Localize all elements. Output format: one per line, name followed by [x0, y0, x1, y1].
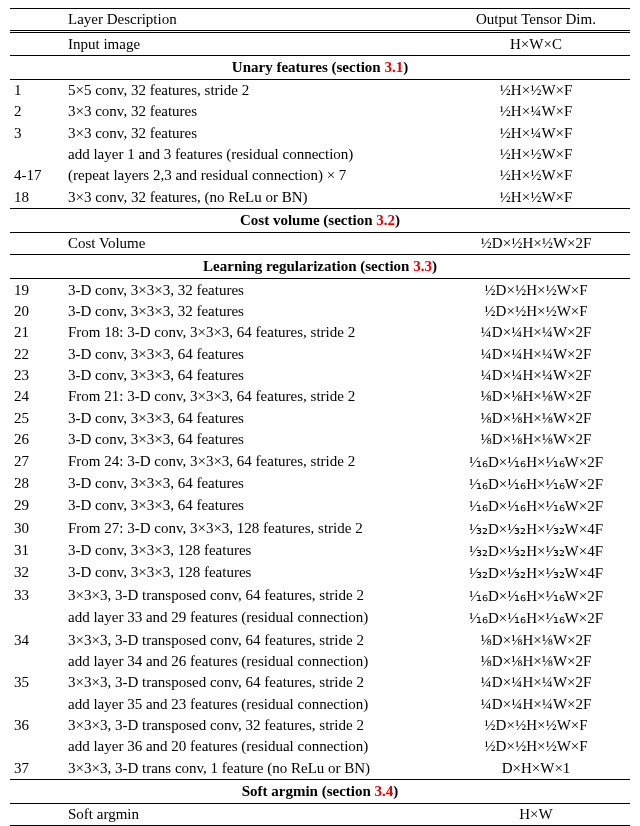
table-row: 30From 27: 3-D conv, 3×3×3, 128 features…	[10, 518, 630, 540]
row-desc: add layer 34 and 26 features (residual c…	[64, 651, 442, 672]
row-desc: 3×3 conv, 32 features, (no ReLu or BN)	[64, 187, 442, 209]
section-ref-link[interactable]: 3.1	[384, 59, 403, 75]
row-dim: ⅛D×⅛H×⅛W×2F	[442, 408, 630, 429]
table-row: 373×3×3, 3-D trans conv, 1 feature (no R…	[10, 758, 630, 780]
section-cost: Cost volume (section 3.2)	[10, 209, 630, 233]
row-desc: 3-D conv, 3×3×3, 32 features	[64, 279, 442, 301]
row-dim: ½D×½H×½W×2F	[442, 233, 630, 255]
row-dim: ¹⁄₁₆D×¹⁄₁₆H×¹⁄₁₆W×2F	[442, 585, 630, 607]
row-desc: 3-D conv, 3×3×3, 128 features	[64, 540, 442, 562]
row-num	[10, 607, 64, 629]
row-dim: ¹⁄₃₂D×¹⁄₃₂H×¹⁄₃₂W×4F	[442, 518, 630, 540]
row-desc: 3-D conv, 3×3×3, 64 features	[64, 408, 442, 429]
row-dim: ¹⁄₁₆D×¹⁄₁₆H×¹⁄₁₆W×2F	[442, 450, 630, 472]
row-desc: 3×3×3, 3-D trans conv, 1 feature (no ReL…	[64, 758, 442, 780]
row-desc: 3-D conv, 3×3×3, 64 features	[64, 473, 442, 495]
row-num: 32	[10, 562, 64, 584]
row-dim: ½D×½H×½W×F	[442, 301, 630, 322]
row-num: 27	[10, 450, 64, 472]
row-dim: ¼D×¼H×¼W×2F	[442, 365, 630, 386]
table-row: 363×3×3, 3-D transposed conv, 32 feature…	[10, 715, 630, 736]
row-num	[10, 694, 64, 715]
row-num: 19	[10, 279, 64, 301]
header-empty	[10, 9, 64, 32]
architecture-table: Layer Description Output Tensor Dim. Inp…	[10, 8, 630, 826]
table-row: 21From 18: 3-D conv, 3×3×3, 64 features,…	[10, 322, 630, 343]
row-dim: ⅛D×⅛H×⅛W×2F	[442, 429, 630, 450]
table-row: 283-D conv, 3×3×3, 64 features¹⁄₁₆D×¹⁄₁₆…	[10, 473, 630, 495]
table-row: add layer 36 and 20 features (residual c…	[10, 736, 630, 757]
table-row: add layer 1 and 3 features (residual con…	[10, 144, 630, 165]
section-title-suffix: )	[403, 59, 408, 75]
row-dim: D×H×W×1	[442, 758, 630, 780]
table-row: 253-D conv, 3×3×3, 64 features⅛D×⅛H×⅛W×2…	[10, 408, 630, 429]
table-row: add layer 35 and 23 features (residual c…	[10, 694, 630, 715]
row-dim: ¹⁄₁₆D×¹⁄₁₆H×¹⁄₁₆W×2F	[442, 495, 630, 517]
section-argmin: Soft argmin (section 3.4)	[10, 780, 630, 804]
row-desc: 3×3×3, 3-D transposed conv, 64 features,…	[64, 585, 442, 607]
row-num	[10, 32, 64, 55]
row-num: 37	[10, 758, 64, 780]
row-num: 23	[10, 365, 64, 386]
row-num: 26	[10, 429, 64, 450]
table-row: 263-D conv, 3×3×3, 64 features⅛D×⅛H×⅛W×2…	[10, 429, 630, 450]
row-dim: ½H×¼W×F	[442, 101, 630, 122]
row-num: 29	[10, 495, 64, 517]
row-desc: 3×3 conv, 32 features	[64, 123, 442, 144]
row-num: 2	[10, 101, 64, 122]
header-layer-desc: Layer Description	[64, 9, 442, 32]
row-desc: (repeat layers 2,3 and residual connecti…	[64, 165, 442, 186]
row-dim: ½H×½W×F	[442, 165, 630, 186]
row-num: 33	[10, 585, 64, 607]
row-desc: add layer 1 and 3 features (residual con…	[64, 144, 442, 165]
section-title-prefix: Learning regularization (section	[203, 258, 413, 274]
row-desc: 3-D conv, 3×3×3, 128 features	[64, 562, 442, 584]
row-desc: 5×5 conv, 32 features, stride 2	[64, 79, 442, 101]
row-desc: 3-D conv, 3×3×3, 32 features	[64, 301, 442, 322]
row-dim: ½D×½H×½W×F	[442, 736, 630, 757]
table-row: 24From 21: 3-D conv, 3×3×3, 64 features,…	[10, 386, 630, 407]
table-row: 223-D conv, 3×3×3, 64 features¼D×¼H×¼W×2…	[10, 344, 630, 365]
section-title-prefix: Soft argmin (section	[242, 783, 375, 799]
row-dim: ½H×¼W×F	[442, 123, 630, 144]
row-dim: H×W×C	[442, 32, 630, 55]
row-dim: ⅛D×⅛H×⅛W×2F	[442, 386, 630, 407]
section-ref-link[interactable]: 3.2	[376, 212, 395, 228]
table-row: Soft argminH×W	[10, 804, 630, 826]
input-row: Input image H×W×C	[10, 32, 630, 55]
row-desc: From 18: 3-D conv, 3×3×3, 64 features, s…	[64, 322, 442, 343]
table-row: 23×3 conv, 32 features½H×¼W×F	[10, 101, 630, 122]
row-dim: ½H×½W×F	[442, 79, 630, 101]
section-title-suffix: )	[432, 258, 437, 274]
section-ref-link[interactable]: 3.3	[413, 258, 432, 274]
row-desc: 3×3×3, 3-D transposed conv, 64 features,…	[64, 672, 442, 693]
unary-rows: 15×5 conv, 32 features, stride 2½H×½W×F2…	[10, 79, 630, 208]
row-dim: ½D×½H×½W×F	[442, 279, 630, 301]
row-num: 21	[10, 322, 64, 343]
section-ref-link[interactable]: 3.4	[375, 783, 394, 799]
table-row: 27From 24: 3-D conv, 3×3×3, 64 features,…	[10, 450, 630, 472]
row-num	[10, 233, 64, 255]
row-num	[10, 736, 64, 757]
table-row: 193-D conv, 3×3×3, 32 features½D×½H×½W×F	[10, 279, 630, 301]
row-desc: 3×3×3, 3-D transposed conv, 64 features,…	[64, 629, 442, 650]
table-row: 33×3 conv, 32 features½H×¼W×F	[10, 123, 630, 144]
table-row: 353×3×3, 3-D transposed conv, 64 feature…	[10, 672, 630, 693]
row-num	[10, 804, 64, 826]
row-desc: Input image	[64, 32, 442, 55]
row-num: 36	[10, 715, 64, 736]
header-row: Layer Description Output Tensor Dim.	[10, 9, 630, 32]
row-desc: From 21: 3-D conv, 3×3×3, 64 features, s…	[64, 386, 442, 407]
row-num: 25	[10, 408, 64, 429]
table-row: 323-D conv, 3×3×3, 128 features¹⁄₃₂D×¹⁄₃…	[10, 562, 630, 584]
row-dim: ¹⁄₁₆D×¹⁄₁₆H×¹⁄₁₆W×2F	[442, 607, 630, 629]
row-num: 35	[10, 672, 64, 693]
row-num: 1	[10, 79, 64, 101]
section-unary: Unary features (section 3.1)	[10, 55, 630, 79]
row-desc: 3-D conv, 3×3×3, 64 features	[64, 344, 442, 365]
row-desc: 3-D conv, 3×3×3, 64 features	[64, 495, 442, 517]
section-title-suffix: )	[395, 212, 400, 228]
row-desc: Cost Volume	[64, 233, 442, 255]
row-num: 20	[10, 301, 64, 322]
row-dim: ½H×½W×F	[442, 144, 630, 165]
